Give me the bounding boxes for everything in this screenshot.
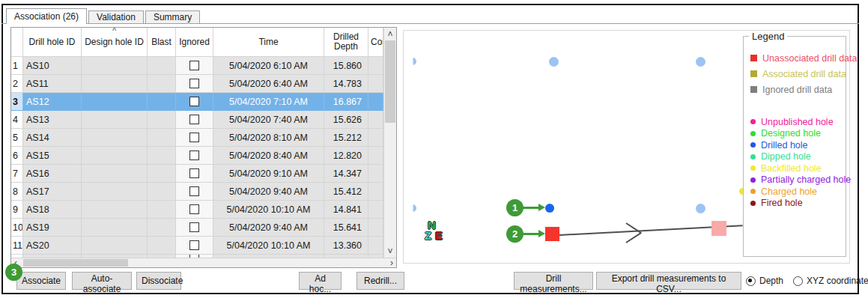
table-row[interactable]: 11 AS20 5/04/2020 10:10 AM 13.360 xyxy=(11,237,383,255)
ignored-checkbox[interactable] xyxy=(189,61,199,70)
header-design-hole-id[interactable]: ^ Design hole ID xyxy=(82,28,148,57)
horizontal-scroll-thumb[interactable] xyxy=(23,259,128,267)
drill-measurements-button[interactable]: Drill measurements... xyxy=(514,272,593,290)
table-row[interactable]: 1 AS10 5/04/2020 6:10 AM 15.860 xyxy=(11,57,383,75)
ignored-cell xyxy=(176,147,213,165)
vertical-scrollbar[interactable]: ˄ ˅ xyxy=(383,28,396,258)
ignored-checkbox[interactable] xyxy=(189,168,199,178)
badge-arrow-icon xyxy=(523,233,539,235)
header-blast[interactable]: Blast xyxy=(148,28,176,57)
ignored-checkbox[interactable] xyxy=(189,240,199,250)
hole-dot[interactable] xyxy=(696,204,705,213)
ignored-checkbox[interactable] xyxy=(189,79,199,88)
row-number-cell: 5 xyxy=(11,129,23,147)
row-number-cell: 4 xyxy=(11,111,23,129)
tab[interactable]: Summary xyxy=(145,10,200,23)
legend-item: Ignored drill data xyxy=(750,82,844,97)
blast-cell xyxy=(148,219,176,237)
drilled-depth-cell: 14.347 xyxy=(324,165,368,183)
ignored-cell xyxy=(176,237,213,255)
legend-swatch-icon xyxy=(750,165,756,171)
hole-dot[interactable] xyxy=(696,57,705,67)
table-row[interactable]: 8 AS17 5/04/2020 9:40 AM 15.412 xyxy=(11,183,383,201)
badge-number: 1 xyxy=(506,199,523,216)
row-number-cell: 2 xyxy=(11,75,23,93)
drilled-depth-cell: 15.212 xyxy=(324,129,368,147)
scroll-up-icon[interactable]: ˄ xyxy=(384,28,396,40)
vertical-scroll-thumb[interactable] xyxy=(385,40,395,123)
table-row[interactable]: 10 AS19 5/04/2020 9:40 AM 15.641 xyxy=(11,219,383,237)
header-time[interactable]: Time xyxy=(213,28,324,57)
legend-swatch-icon xyxy=(750,86,757,93)
design-hole-id-cell xyxy=(82,219,148,237)
blast-cell xyxy=(148,237,176,255)
redrill-button[interactable]: Redrill... xyxy=(356,272,404,290)
row-number-cell: 3 xyxy=(11,93,23,111)
drill-hole-id-cell: AS19 xyxy=(23,219,82,237)
drill-hole-id-cell: AS11 xyxy=(23,75,82,93)
legend-item-label: Backfilled hole xyxy=(761,163,822,174)
depth-radio[interactable] xyxy=(746,276,756,286)
row-number-cell: 6 xyxy=(11,147,23,165)
drilled-depth-cell: 14.841 xyxy=(324,201,368,219)
legend-item-label: Unassociated drill data xyxy=(762,53,857,64)
drilled-depth-cell: 15.860 xyxy=(324,57,368,75)
tab[interactable]: Association (26) xyxy=(6,8,87,24)
dissociate-button[interactable]: Dissociate xyxy=(136,272,181,290)
table-row[interactable]: 7 AS16 5/04/2020 9:10 AM 14.347 xyxy=(11,165,383,183)
row-number-cell: 11 xyxy=(11,237,23,255)
horizontal-scrollbar[interactable]: ‹ › xyxy=(11,258,396,267)
drill-data-marker[interactable] xyxy=(545,227,559,241)
table-row[interactable]: 5 AS14 5/04/2020 8:10 AM 15.212 xyxy=(11,129,383,147)
table-row[interactable]: 3 AS12 5/04/2020 7:10 AM 16.867 xyxy=(11,93,383,111)
tab[interactable]: Validation xyxy=(88,10,144,23)
ignored-checkbox[interactable] xyxy=(189,133,199,142)
legend-swatch-icon xyxy=(750,119,756,124)
xyz-coordinates-radio[interactable] xyxy=(793,276,803,286)
table-body: 1 AS10 5/04/2020 6:10 AM 15.860 2 AS11 xyxy=(11,57,383,255)
table-row[interactable]: 6 AS15 5/04/2020 8:40 AM 12.820 xyxy=(11,147,383,165)
header-ignored[interactable]: Ignored xyxy=(176,28,213,57)
hole-dot[interactable] xyxy=(549,57,559,67)
drill-hole-id-cell: AS14 xyxy=(23,129,82,147)
ignored-checkbox[interactable] xyxy=(189,115,199,124)
legend-swatch-icon xyxy=(750,201,756,206)
ignored-checkbox[interactable] xyxy=(189,97,199,106)
header-cor[interactable]: Cor xyxy=(368,28,383,57)
legend-item-label: Designed hole xyxy=(761,128,821,139)
header-drilled-depth[interactable]: Drilled Depth xyxy=(324,28,368,57)
legend-item: Associated drill data xyxy=(750,66,844,82)
ignored-checkbox[interactable] xyxy=(189,204,199,214)
blast-cell xyxy=(148,93,176,111)
table-row[interactable]: 9 AS18 5/04/2020 10:10 AM 14.841 xyxy=(11,201,383,219)
depth-radio-label[interactable]: Depth xyxy=(759,276,783,286)
legend: Legend Unassociated drill data Associate… xyxy=(743,36,846,257)
legend-item: Unassociated drill data xyxy=(750,50,844,66)
scroll-right-icon[interactable]: › xyxy=(390,258,393,267)
ignored-cell xyxy=(176,165,213,183)
drill-data-marker[interactable] xyxy=(711,221,726,236)
design-hole-id-cell xyxy=(82,147,148,165)
ignored-cell xyxy=(176,129,213,147)
xyz-coordinates-radio-label[interactable]: XYZ coordinates xyxy=(807,276,868,286)
ignored-checkbox[interactable] xyxy=(189,151,199,160)
header-drill-hole-id[interactable]: Drill hole ID xyxy=(23,28,82,57)
scroll-down-icon[interactable]: ˅ xyxy=(384,246,396,257)
badge-number: 2 xyxy=(506,225,523,243)
ad-hoc-button[interactable]: Ad hoc... xyxy=(299,272,342,290)
design-hole-id-cell xyxy=(82,201,148,219)
design-hole-id-cell xyxy=(82,57,148,75)
export-csv-button[interactable]: Export drill measurements to CSV... xyxy=(596,272,741,290)
ignored-checkbox[interactable] xyxy=(189,222,199,232)
legend-item: Partially charged hole xyxy=(750,174,844,186)
table-row[interactable]: 4 AS13 5/04/2020 7:40 AM 15.626 xyxy=(11,111,383,129)
ignored-checkbox[interactable] xyxy=(189,186,199,196)
hole-dot[interactable] xyxy=(545,204,554,213)
blast-cell xyxy=(148,183,176,201)
legend-swatch-icon xyxy=(750,177,756,183)
design-hole-id-cell xyxy=(82,129,148,147)
drill-hole-id-cell: AS12 xyxy=(23,93,82,111)
table-row[interactable]: 2 AS11 5/04/2020 6:40 AM 14.783 xyxy=(11,75,383,93)
auto-associate-button[interactable]: Auto-associate xyxy=(72,272,132,290)
associate-button[interactable]: Associate xyxy=(16,272,66,290)
